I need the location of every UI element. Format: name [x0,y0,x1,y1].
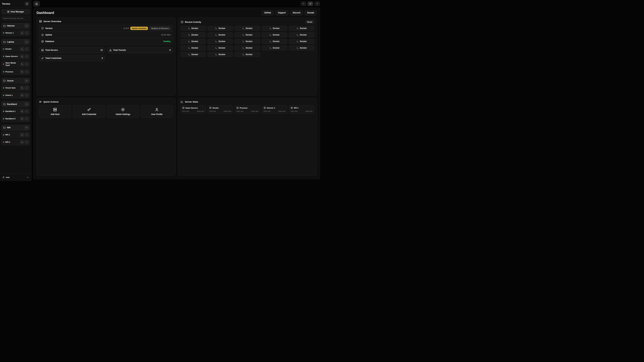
host-group-header[interactable]: RPI [1,125,30,131]
host-item[interactable]: RackNerd 2 ⋮ [1,116,30,122]
recent-host-button[interactable]: Docker [235,45,260,50]
ssh-keys-button[interactable] [308,1,313,6]
recent-host-button[interactable]: Docker [289,32,314,37]
user-profile-card[interactable]: User Profile [141,105,173,118]
host-item[interactable]: Hetzner 1 ⋮ [1,30,30,36]
recent-host-button[interactable]: Docker [235,39,260,44]
admin-settings-card[interactable]: Admin Settings [107,105,139,118]
host-menu-button[interactable]: ⋮ [25,86,29,90]
host-menu-button[interactable]: ⋮ [25,109,29,113]
host-menu-button[interactable]: ⋮ [25,62,29,66]
host-item[interactable]: Docker ⋮ [1,46,30,52]
host-group-header[interactable]: Laptop [1,39,30,45]
group-collapse-button[interactable] [24,126,29,130]
tab-scroll-up-button[interactable] [314,1,320,6]
header-link-button[interactable]: Support [276,10,288,15]
recent-host-button[interactable]: Docker [235,32,260,37]
server-icon [291,107,293,109]
host-search-input[interactable] [1,16,30,21]
host-manager-button[interactable]: Host Manager [1,9,30,14]
host-menu-button[interactable]: ⋮ [25,31,29,35]
tab-scroll-down-button[interactable] [301,1,306,6]
quick-actions-panel: Quick Actions Add Host Add Credential [36,98,176,176]
host-terminal-button[interactable] [20,70,24,74]
recent-host-label: Docker [246,53,252,56]
header-link-button[interactable]: Donate [304,10,317,15]
group-collapse-button[interactable] [24,24,29,28]
host-group-header[interactable]: RackNerd [1,101,30,107]
host-item[interactable]: RPI 2 ⋮ [1,139,30,145]
reset-button[interactable]: Reset [305,20,314,24]
recent-host-button[interactable]: Docker [262,45,287,50]
host-terminal-button[interactable] [20,117,24,121]
recent-host-button[interactable]: Docker [262,26,287,31]
group-collapse-button[interactable] [24,102,29,106]
header-link-button[interactable]: Discord [290,10,303,15]
host-group-header[interactable]: Oracle [1,78,30,84]
updates-releases-button[interactable]: Updates & Releases [149,26,170,30]
host-item[interactable]: RPI 1 ⋮ [1,132,30,138]
host-terminal-button[interactable] [20,133,24,137]
recent-host-button[interactable]: Docker [262,32,287,37]
group-collapse-button[interactable] [24,40,29,44]
host-menu-button[interactable]: ⋮ [25,140,29,144]
recent-host-button[interactable]: Docker [289,26,314,31]
host-terminal-button[interactable] [20,140,24,144]
host-item[interactable]: Open Media Vault ⋮ [1,61,30,67]
server-icon [264,107,266,109]
recent-host-label: Docker [192,27,198,29]
sidebar-menu-button[interactable] [25,2,29,6]
tab-bar [31,0,322,7]
host-terminal-button[interactable] [20,86,24,90]
recent-host-button[interactable]: Docker [235,52,260,57]
host-terminal-button[interactable] [20,109,24,113]
recent-host-button[interactable]: Docker [289,45,314,50]
server-icon [7,10,10,13]
recent-host-button[interactable]: Docker [235,26,260,31]
recent-host-button[interactable]: Docker [180,45,206,50]
chevron-down-icon [26,126,28,129]
add-credential-card[interactable]: Add Credential [73,105,105,118]
host-terminal-button[interactable] [20,93,24,97]
add-host-card[interactable]: Add Host [39,105,71,118]
recent-host-button[interactable]: Docker [180,32,206,37]
server-stat-card[interactable]: Proxmox CPU: N/A RAM: N/A [235,105,260,114]
host-menu-button[interactable]: ⋮ [25,70,29,74]
header-link-button[interactable]: GitHub [262,10,274,15]
host-terminal-button[interactable] [20,54,24,58]
host-group-header[interactable]: Hetzner [1,23,30,29]
host-menu-button[interactable]: ⋮ [25,117,29,121]
server-icon [209,107,212,109]
recent-host-button[interactable]: Docker [180,26,206,31]
host-item[interactable]: Game Servers ⋮ [1,53,30,59]
recent-host-button[interactable]: Docker [208,39,233,44]
recent-host-button[interactable]: Docker [208,32,233,37]
recent-host-button[interactable]: Docker [180,39,206,44]
host-terminal-button[interactable] [20,62,24,66]
host-item[interactable]: Proxmox ⋮ [1,69,30,75]
server-stat-card[interactable]: Game Servers CPU: N/A RAM: N/A [180,105,206,114]
host-item[interactable]: RackNerd 1 ⋮ [1,108,30,114]
host-menu-button[interactable]: ⋮ [25,54,29,58]
host-item[interactable]: Oracle Sam ⋮ [1,85,30,91]
recent-host-button[interactable]: Docker [208,26,233,31]
server-stat-card[interactable]: Docker CPU: 6% RAM: 30% [208,105,233,114]
host-terminal-button[interactable] [20,47,24,51]
host-item[interactable]: Oracle 1 ⋮ [1,92,30,98]
host-menu-button[interactable]: ⋮ [25,47,29,51]
server-stat-card[interactable]: Hetzner 1 CPU: N/A RAM: N/A [262,105,287,114]
group-collapse-button[interactable] [24,79,29,83]
recent-host-button[interactable]: Docker [208,45,233,50]
host-menu-button[interactable]: ⋮ [25,93,29,97]
server-stat-card[interactable]: RPI 1 CPU: N/A RAM: N/A [289,105,314,114]
host-terminal-button[interactable] [20,31,24,35]
host-menu-button[interactable]: ⋮ [25,133,29,137]
tab-home[interactable] [33,1,40,6]
recent-host-button[interactable]: Docker [262,39,287,44]
recent-host-button[interactable]: Docker [289,39,314,44]
recent-host-button[interactable]: Docker [180,52,206,57]
host-group: RackNerd RackNerd 1 [1,101,30,122]
quick-actions-grid: Add Host Add Credential Admin Settings [39,105,173,118]
user-menu[interactable]: test [0,174,31,181]
recent-host-button[interactable]: Docker [208,52,233,57]
